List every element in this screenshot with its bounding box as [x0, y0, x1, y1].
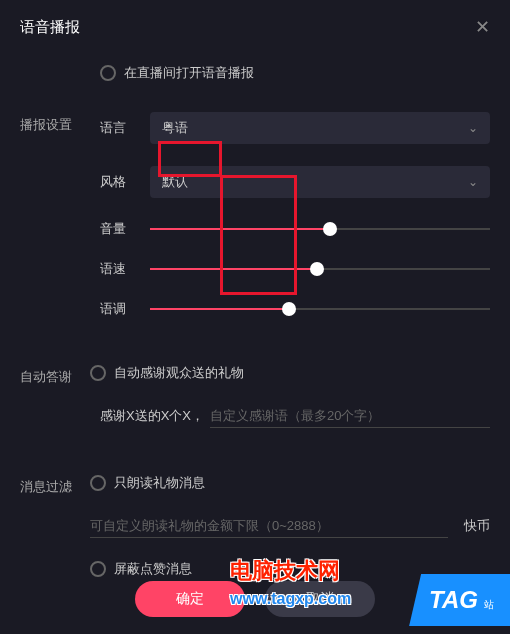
chevron-down-icon: ⌄ — [468, 121, 478, 135]
open-in-live-label: 在直播间打开语音播报 — [124, 64, 254, 82]
language-value: 粤语 — [162, 119, 188, 137]
speed-slider-thumb[interactable] — [310, 262, 324, 276]
thanks-prefix: 感谢X送的X个X， — [100, 407, 204, 425]
tone-slider-thumb[interactable] — [282, 302, 296, 316]
auto-thanks-radio[interactable] — [90, 365, 106, 381]
dialog-header: 语音播报 ✕ — [0, 0, 510, 54]
tag-badge-sub: 站 — [484, 599, 494, 610]
speed-slider[interactable] — [150, 261, 490, 277]
thanks-input-row: 感谢X送的X个X， — [90, 404, 490, 428]
dialog-title: 语音播报 — [20, 18, 80, 37]
gift-only-radio[interactable] — [90, 475, 106, 491]
amount-row: 快币 — [90, 514, 490, 538]
volume-row: 音量 — [90, 220, 490, 238]
language-label: 语言 — [100, 119, 150, 137]
confirm-button[interactable]: 确定 — [135, 581, 245, 617]
tag-badge-text: TAG — [429, 586, 478, 613]
auto-thanks-label: 自动感谢观众送的礼物 — [114, 364, 244, 382]
speed-row: 语速 — [90, 260, 490, 278]
style-row: 风格 默认 ⌄ — [90, 166, 490, 198]
volume-slider[interactable] — [150, 221, 490, 237]
style-select[interactable]: 默认 ⌄ — [150, 166, 490, 198]
tag-badge: TAG站 — [409, 574, 510, 626]
open-in-live-radio[interactable] — [100, 65, 116, 81]
volume-slider-thumb[interactable] — [323, 222, 337, 236]
currency-suffix: 快币 — [464, 517, 490, 535]
tone-row: 语调 — [90, 300, 490, 318]
gift-only-row: 只朗读礼物消息 — [90, 474, 490, 492]
cancel-button[interactable]: 取消 — [265, 581, 375, 617]
gift-only-label: 只朗读礼物消息 — [114, 474, 205, 492]
auto-thanks-row: 自动感谢观众送的礼物 — [90, 364, 490, 382]
tone-label: 语调 — [100, 300, 150, 318]
language-select[interactable]: 粤语 ⌄ — [150, 112, 490, 144]
open-in-live-row: 在直播间打开语音播报 — [20, 64, 490, 82]
style-value: 默认 — [162, 173, 188, 191]
volume-label: 音量 — [100, 220, 150, 238]
style-label: 风格 — [100, 173, 150, 191]
settings-section: 播报设置 语言 粤语 ⌄ 风格 默认 ⌄ 音量 — [20, 112, 490, 340]
settings-section-label: 播报设置 — [20, 112, 90, 340]
language-row: 语言 粤语 ⌄ — [90, 112, 490, 144]
speed-label: 语速 — [100, 260, 150, 278]
tone-slider[interactable] — [150, 301, 490, 317]
chevron-down-icon: ⌄ — [468, 175, 478, 189]
thanks-section: 自动答谢 自动感谢观众送的礼物 感谢X送的X个X， — [20, 364, 490, 450]
thanks-input[interactable] — [210, 404, 490, 428]
thanks-section-label: 自动答谢 — [20, 364, 90, 450]
amount-input[interactable] — [90, 514, 448, 538]
close-icon[interactable]: ✕ — [475, 16, 490, 38]
dialog-content: 在直播间打开语音播报 播报设置 语言 粤语 ⌄ 风格 默认 ⌄ 音量 — [0, 54, 510, 600]
